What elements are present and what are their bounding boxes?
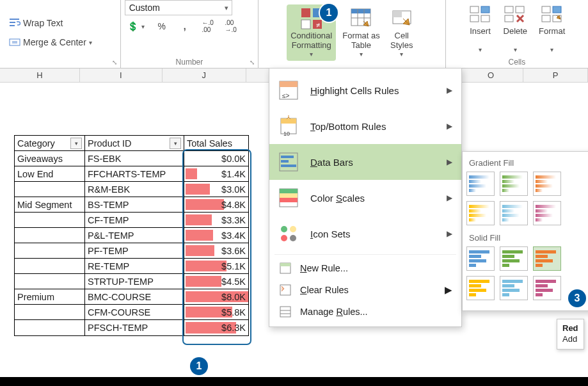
cell-category[interactable] bbox=[15, 243, 85, 259]
cell-category[interactable]: Mid Segment bbox=[15, 197, 85, 213]
cell-sales-value: $5.1K bbox=[221, 261, 246, 271]
cell-product[interactable]: BMC-COURSE bbox=[85, 289, 184, 305]
table-header-product[interactable]: Product ID ▾ bbox=[85, 136, 184, 151]
databar-swatch[interactable] bbox=[533, 246, 561, 271]
databar-swatch[interactable] bbox=[500, 201, 528, 225]
cell-styles-button[interactable]: Cell Styles ▾ bbox=[386, 4, 417, 60]
dialog-launcher-icon[interactable]: ⤡ bbox=[248, 58, 257, 67]
cell-sales[interactable]: $3.4K bbox=[184, 228, 248, 243]
format-as-table-icon bbox=[349, 7, 372, 30]
group-label-alignment bbox=[6, 65, 116, 68]
menu-item-icon-sets[interactable]: Icon Sets▶ bbox=[269, 216, 461, 252]
svg-rect-11 bbox=[351, 9, 370, 13]
cell-category[interactable] bbox=[15, 259, 85, 274]
cell-sales[interactable]: $3.3K bbox=[184, 213, 248, 228]
merge-center-icon bbox=[9, 36, 20, 48]
cell-category[interactable] bbox=[15, 320, 85, 335]
cell-sales[interactable]: $3.6K bbox=[184, 243, 248, 259]
databar-swatch[interactable] bbox=[500, 172, 528, 196]
column-header[interactable]: O bbox=[459, 68, 523, 82]
chevron-down-icon: ▾ bbox=[479, 46, 482, 54]
databar-swatch[interactable] bbox=[500, 246, 528, 271]
cell-sales[interactable]: $0.0K bbox=[184, 151, 248, 166]
filter-dropdown-icon[interactable]: ▾ bbox=[70, 138, 82, 149]
cell-category[interactable] bbox=[15, 213, 85, 228]
column-header[interactable]: P bbox=[523, 68, 588, 82]
dialog-launcher-icon[interactable]: ⤡ bbox=[110, 58, 119, 67]
menu-item-manage-rules-[interactable]: Manage Rules... bbox=[269, 301, 461, 323]
cell-product[interactable]: PFSCH-TEMP bbox=[85, 320, 184, 335]
cell-category[interactable] bbox=[15, 182, 85, 197]
cell-product[interactable]: PF-TEMP bbox=[85, 243, 184, 259]
cell-product[interactable]: STRTUP-TEMP bbox=[85, 274, 184, 289]
table-header-sales[interactable]: Total Sales bbox=[184, 136, 248, 151]
column-header[interactable]: H bbox=[0, 68, 80, 82]
databar-swatch[interactable] bbox=[466, 172, 495, 196]
format-button[interactable]: Format ▾ bbox=[535, 0, 569, 56]
wrap-text-button[interactable]: Wrap Text bbox=[6, 16, 66, 30]
conditional-formatting-menu: ≤>Highlight Cells Rules▶10Top/Bottom Rul… bbox=[269, 68, 462, 327]
increase-decimal-button[interactable]: ←.0.00 bbox=[200, 19, 216, 33]
menu-item-color-scales[interactable]: Color Scales▶ bbox=[269, 180, 461, 216]
data-bar bbox=[186, 214, 212, 225]
menu-item-new-rule-[interactable]: New Rule... bbox=[269, 257, 461, 279]
menu-item-highlight-cells-rules[interactable]: ≤>Highlight Cells Rules▶ bbox=[269, 72, 461, 108]
cell-category[interactable] bbox=[15, 305, 85, 320]
cell-sales[interactable]: $6.3K bbox=[184, 320, 248, 335]
cell-sales-value: $5.8K bbox=[221, 307, 246, 318]
table-header-category[interactable]: Category ▾ bbox=[15, 136, 85, 151]
table-row: RE-TEMP$5.1K bbox=[15, 259, 248, 274]
menu-item-data-bars[interactable]: Data Bars▶ bbox=[269, 144, 461, 180]
ribbon-group-alignment: Wrap Text Merge & Center ▾ ⤡ bbox=[3, 0, 121, 68]
databar-swatch[interactable] bbox=[466, 246, 495, 271]
percent-button[interactable]: % bbox=[154, 19, 170, 33]
svg-rect-35 bbox=[281, 156, 294, 158]
cell-product[interactable]: CF-TEMP bbox=[85, 213, 184, 228]
merge-center-button[interactable]: Merge & Center ▾ bbox=[6, 35, 95, 49]
cell-category[interactable] bbox=[15, 274, 85, 289]
format-as-table-button[interactable]: Format as Table ▾ bbox=[338, 4, 384, 60]
wrap-text-label: Wrap Text bbox=[23, 18, 63, 28]
cell-styles-label: Cell Styles bbox=[390, 31, 413, 51]
menu-item-clear-rules[interactable]: Clear Rules▶ bbox=[269, 279, 461, 301]
databar-swatch[interactable] bbox=[466, 276, 495, 300]
cell-product[interactable]: P&L-TEMP bbox=[85, 228, 184, 243]
cell-sales[interactable]: $3.0K bbox=[184, 182, 248, 197]
cell-sales[interactable]: $8.0K bbox=[184, 289, 248, 305]
cell-product[interactable]: BS-TEMP bbox=[85, 197, 184, 213]
table-header-label: Category bbox=[17, 136, 55, 151]
cell-product[interactable]: CFM-COURSE bbox=[85, 305, 184, 320]
comma-button[interactable]: , bbox=[177, 19, 193, 33]
cell-category[interactable]: Premium bbox=[15, 289, 85, 305]
cell-sales[interactable]: $1.4K bbox=[184, 166, 248, 182]
menu-item-label: Icon Sets bbox=[310, 229, 351, 239]
databar-swatch[interactable] bbox=[500, 276, 528, 300]
number-format-combo[interactable]: Custom bbox=[125, 0, 232, 15]
ribbon-group-styles: ≠ Conditional Formatting ▾ Format as Tab… bbox=[258, 0, 446, 68]
cell-sales[interactable]: $5.8K bbox=[184, 305, 248, 320]
cell-category[interactable]: Giveaways bbox=[15, 151, 85, 166]
cell-category[interactable] bbox=[15, 228, 85, 243]
databar-swatch[interactable] bbox=[533, 201, 561, 225]
currency-button[interactable]: 💲▾ bbox=[125, 19, 147, 33]
cell-product[interactable]: R&M-EBK bbox=[85, 182, 184, 197]
format-label: Format bbox=[539, 27, 565, 36]
cell-product[interactable]: FS-EBK bbox=[85, 151, 184, 166]
cell-sales[interactable]: $4.5K bbox=[184, 274, 248, 289]
menu-item-label: Color Scales bbox=[310, 193, 365, 204]
column-header[interactable]: I bbox=[80, 68, 163, 82]
databar-swatch[interactable] bbox=[533, 172, 561, 196]
column-header[interactable]: J bbox=[163, 68, 246, 82]
menu-item-top-bottom-rules[interactable]: 10Top/Bottom Rules▶ bbox=[269, 108, 461, 144]
filter-dropdown-icon[interactable]: ▾ bbox=[170, 138, 181, 149]
cell-sales[interactable]: $5.1K bbox=[184, 259, 248, 274]
cell-sales[interactable]: $4.8K bbox=[184, 197, 248, 213]
cell-category[interactable]: Low End bbox=[15, 166, 85, 182]
delete-button[interactable]: Delete ▾ bbox=[500, 0, 532, 56]
databar-swatch[interactable] bbox=[533, 276, 561, 300]
decrease-decimal-button[interactable]: .00→.0 bbox=[223, 19, 239, 33]
cell-product[interactable]: FFCHARTS-TEMP bbox=[85, 166, 184, 182]
insert-button[interactable]: Insert ▾ bbox=[465, 0, 496, 56]
cell-product[interactable]: RE-TEMP bbox=[85, 259, 184, 274]
databar-swatch[interactable] bbox=[466, 201, 495, 225]
